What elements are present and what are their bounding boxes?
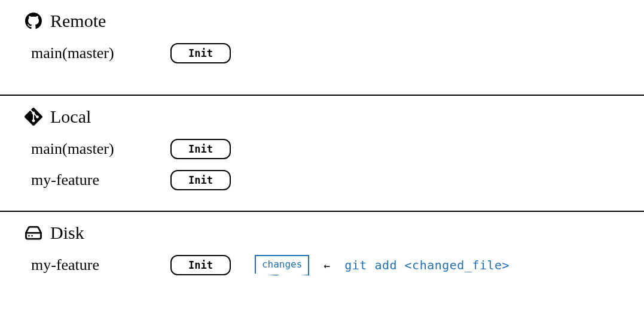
- disk-section: Disk my-feature Init changes ← git add <…: [0, 212, 644, 296]
- remote-branch-row: main(master) Init: [31, 41, 620, 66]
- disk-icon: [24, 223, 43, 242]
- remote-title: Remote: [50, 11, 106, 31]
- git-command: git add <changed_file>: [344, 258, 509, 272]
- commit-pill[interactable]: Init: [170, 43, 231, 63]
- branch-name: my-feature: [31, 256, 160, 274]
- arrow-left-icon: ←: [323, 259, 330, 272]
- local-branch-row: my-feature Init: [31, 168, 620, 193]
- disk-title: Disk: [50, 223, 84, 243]
- github-icon: [24, 11, 43, 31]
- local-branch-row: main(master) Init: [31, 136, 620, 162]
- commit-pill[interactable]: Init: [170, 170, 231, 190]
- branch-name: main(master): [31, 44, 160, 62]
- local-section: Local main(master) Init my-feature Init: [0, 96, 644, 212]
- commit-pill[interactable]: Init: [170, 255, 231, 275]
- disk-branch-row: my-feature Init changes ← git add <chang…: [31, 253, 620, 278]
- disk-header: Disk: [24, 223, 620, 243]
- branch-name: my-feature: [31, 171, 160, 189]
- branch-name: main(master): [31, 140, 160, 158]
- git-icon: [24, 107, 43, 126]
- local-header: Local: [24, 107, 620, 127]
- remote-header: Remote: [24, 11, 620, 31]
- commit-pill[interactable]: Init: [170, 139, 231, 159]
- remote-section: Remote main(master) Init: [0, 0, 644, 96]
- local-title: Local: [50, 107, 91, 127]
- changes-box[interactable]: changes: [255, 255, 309, 276]
